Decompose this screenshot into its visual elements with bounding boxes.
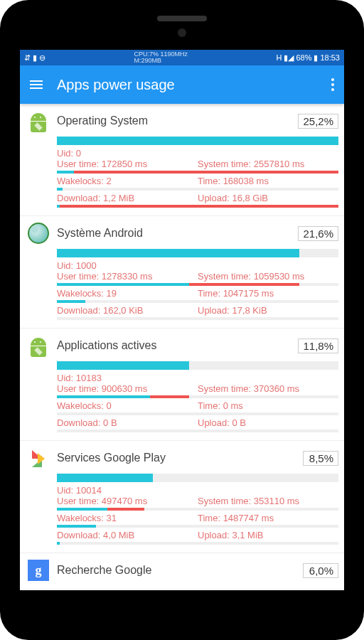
app-row[interactable]: Système Android 21,6% Uid: 1000 User tim… — [20, 216, 344, 329]
wake-bar — [57, 525, 338, 528]
wake-bar — [57, 300, 338, 303]
app-icon — [26, 333, 51, 358]
time-bar — [57, 508, 338, 511]
sync-icon: ⊖ — [39, 53, 46, 63]
uid-text: Uid: 0 — [57, 148, 338, 159]
clock: 18:53 — [320, 53, 340, 62]
wakelocks-text: Wakelocks: 19 — [57, 288, 198, 299]
download-text: Download: 1,2 MiB — [57, 193, 198, 203]
time-bar — [57, 283, 338, 286]
status-bar: ⇵ ▮ ⊖ CPU:7% 1190MHz M:290MB H ▮◢ 68% ▮ … — [20, 50, 344, 65]
app-percent: 11,8% — [298, 338, 338, 353]
app-icon — [26, 220, 51, 246]
net-bar — [57, 430, 338, 432]
upload-text: Upload: 17,8 KiB — [198, 305, 338, 316]
uid-text: Uid: 10014 — [57, 485, 338, 496]
wake-bar — [57, 412, 338, 415]
usb-icon: ⇵ — [24, 53, 31, 63]
overflow-icon[interactable] — [331, 78, 334, 91]
app-bar: Apps power usage — [20, 65, 344, 104]
wake-time-text: Time: 168038 ms — [198, 176, 338, 186]
battery-pct: 68% — [296, 53, 311, 62]
net-type: H — [276, 53, 282, 62]
app-name: Services Google Play — [57, 452, 297, 464]
wake-bar — [57, 188, 338, 191]
download-text: Download: 4,0 MiB — [57, 530, 198, 540]
upload-text: Upload: 0 B — [198, 417, 338, 428]
net-bar — [57, 317, 338, 320]
user-time-text: User time: 1278330 ms — [57, 271, 198, 282]
app-icon — [26, 445, 51, 471]
user-time-text: User time: 172850 ms — [57, 159, 198, 169]
usage-bar — [57, 474, 338, 482]
download-text: Download: 162,0 KiB — [57, 305, 198, 316]
app-icon: g — [26, 558, 51, 583]
wake-time-text: Time: 1047175 ms — [198, 288, 338, 299]
system-time-text: System time: 1059530 ms — [198, 271, 338, 282]
app-icon — [26, 108, 51, 134]
wake-time-text: Time: 1487747 ms — [198, 513, 338, 523]
menu-icon[interactable] — [30, 80, 43, 89]
app-row[interactable]: g Recherche Google 6,0% — [20, 553, 344, 590]
chart-icon: ▮ — [33, 53, 37, 63]
app-name: Applications actives — [57, 339, 292, 352]
wakelocks-text: Wakelocks: 2 — [57, 176, 198, 186]
usage-bar — [57, 249, 338, 257]
app-percent: 21,6% — [298, 226, 338, 241]
wakelocks-text: Wakelocks: 0 — [57, 400, 198, 411]
wakelocks-text: Wakelocks: 31 — [57, 513, 198, 523]
app-name: Recherche Google — [57, 564, 297, 577]
page-title: Apps power usage — [57, 77, 331, 93]
mem-text: M:290MB — [134, 57, 161, 64]
user-time-text: User time: 900630 ms — [57, 383, 198, 394]
app-list[interactable]: Operating System 25,2% Uid: 0 User time:… — [20, 104, 344, 590]
app-name: Operating System — [57, 114, 292, 127]
upload-text: Upload: 3,1 MiB — [198, 530, 338, 540]
app-percent: 6,0% — [303, 563, 338, 578]
uid-text: Uid: 1000 — [57, 260, 338, 271]
system-time-text: System time: 2557810 ms — [198, 159, 338, 169]
download-text: Download: 0 B — [57, 417, 198, 428]
user-time-text: User time: 497470 ms — [57, 496, 198, 506]
system-time-text: System time: 353110 ms — [198, 496, 338, 506]
system-time-text: System time: 370360 ms — [198, 383, 338, 394]
app-name: Système Android — [57, 227, 292, 240]
wake-time-text: Time: 0 ms — [198, 400, 338, 411]
usage-bar — [57, 361, 338, 370]
usage-bar — [57, 137, 338, 145]
app-percent: 8,5% — [303, 451, 338, 466]
time-bar — [57, 171, 338, 174]
net-bar — [57, 542, 338, 545]
uid-text: Uid: 10183 — [57, 373, 338, 383]
app-row[interactable]: Services Google Play 8,5% Uid: 10014 Use… — [20, 441, 344, 553]
app-row[interactable]: Operating System 25,2% Uid: 0 User time:… — [20, 104, 344, 216]
time-bar — [57, 395, 338, 398]
app-row[interactable]: Applications actives 11,8% Uid: 10183 Us… — [20, 329, 344, 441]
signal-icon: ▮◢ — [284, 53, 294, 63]
battery-icon: ▮ — [314, 53, 318, 63]
upload-text: Upload: 16,8 GiB — [198, 193, 338, 203]
net-bar — [57, 205, 338, 208]
app-percent: 25,2% — [298, 114, 338, 129]
